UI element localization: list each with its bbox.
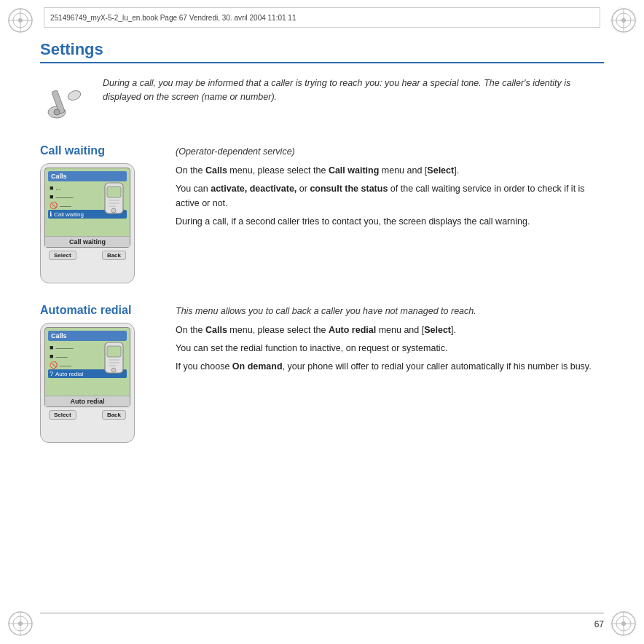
auto-redial-phone: Calls ■ ――― ■ ―― 🚫 ―― ? Auto redial [40,323,135,443]
call-waiting-p3: During a call, if a second caller tries … [176,214,604,229]
svg-rect-33 [107,346,121,357]
bottom-line [40,613,604,613]
call-waiting-label: Call waiting [45,236,130,247]
page-title: Settings [40,40,604,63]
svg-rect-30 [109,203,119,204]
svg-rect-27 [107,186,121,197]
auto-redial-title: Automatic redial [40,304,164,317]
intro-section: During a call, you may be informed that … [40,76,604,127]
phone-bottom-buttons-1: Select Back [44,248,130,262]
svg-rect-35 [109,359,119,361]
svg-point-4 [18,18,23,23]
svg-point-25 [54,109,60,115]
call-waiting-italic: (Operator-dependent service) [176,144,604,159]
phone-select-btn-2: Select [49,410,76,420]
auto-redial-section: Automatic redial Calls ■ ――― ■ ―― 🚫 ―― [40,304,604,443]
call-waiting-left: Call waiting Calls ■ ... ■ ――― 🚫 ―― [40,144,164,283]
corner-decoration-br [609,609,638,638]
auto-redial-left: Automatic redial Calls ■ ――― ■ ―― 🚫 ―― [40,304,164,443]
phone-back-btn-1: Back [102,251,126,260]
top-bar-text: 251496749_myX-5-2_lu_en.book Page 67 Ven… [50,14,296,22]
call-waiting-screen: Calls ■ ... ■ ――― 🚫 ―― ℹ Call waiting [44,168,130,248]
svg-point-24 [66,89,82,101]
page-number: 67 [594,619,604,629]
svg-rect-31 [109,205,116,207]
phone-bottom-buttons-2: Select Back [44,407,130,421]
auto-redial-p3: If you choose On demand, your phone will… [176,359,604,374]
main-content: Settings During a call, you may be infor… [40,40,604,604]
svg-rect-29 [109,200,119,201]
call-waiting-p2: You can activate, deactivate, or consult… [176,181,604,211]
phone-back-btn-2: Back [102,410,126,420]
intro-icon [40,76,91,127]
corner-decoration-tr [609,6,638,35]
intro-text: During a call, you may be informed that … [103,76,604,104]
auto-redial-p2: You can set the redial function to inact… [176,341,604,356]
auto-redial-p1: On the Calls menu, please select the Aut… [176,323,604,337]
auto-redial-italic: This menu allows you to call back a call… [176,304,604,318]
svg-point-28 [111,208,116,213]
auto-redial-label: Auto redial [45,396,130,407]
phone-header-calls-2: Calls [48,331,127,341]
top-bar: 251496749_myX-5-2_lu_en.book Page 67 Ven… [44,7,600,28]
corner-decoration-bl [6,609,35,638]
corner-decoration-tl [6,6,35,35]
svg-point-15 [18,621,23,626]
call-waiting-phone: Calls ■ ... ■ ――― 🚫 ―― ℹ Call waiting [40,163,135,283]
phone-header-calls-1: Calls [48,171,127,181]
svg-point-34 [111,368,116,372]
svg-point-9 [621,18,626,23]
svg-rect-36 [109,362,119,364]
call-waiting-section: Call waiting Calls ■ ... ■ ――― 🚫 ―― [40,144,604,283]
call-waiting-right: (Operator-dependent service) On the Call… [176,144,604,232]
svg-rect-37 [109,365,116,366]
call-waiting-title: Call waiting [40,144,164,157]
auto-redial-screen: Calls ■ ――― ■ ―― 🚫 ―― ? Auto redial [44,327,130,407]
svg-point-20 [621,621,626,626]
phone-select-btn-1: Select [49,251,76,260]
auto-redial-right: This menu allows you to call back a call… [176,304,604,377]
call-waiting-p1: On the Calls menu, please select the Cal… [176,163,604,178]
